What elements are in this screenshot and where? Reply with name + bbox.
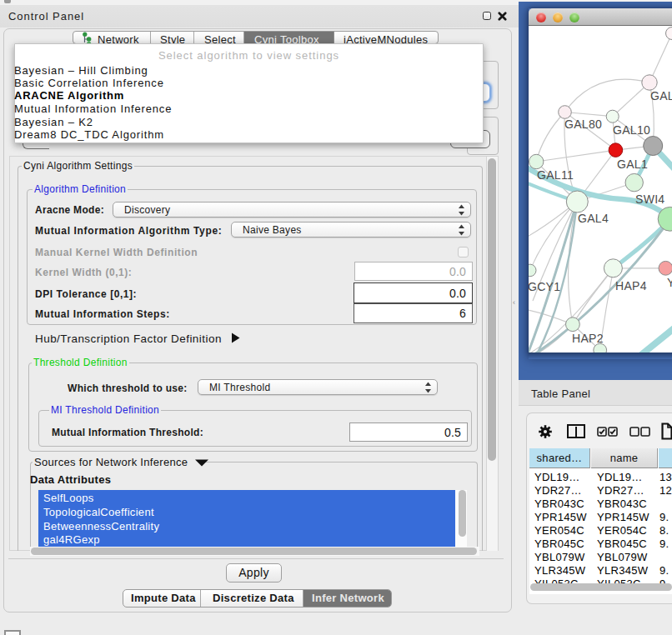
svg-text:GAL10: GAL10 [613, 123, 650, 137]
svg-text:GAL80: GAL80 [564, 118, 602, 131]
svg-text:Y: Y [667, 276, 672, 289]
svg-text:GAL11: GAL11 [537, 168, 574, 182]
svg-text:GCY1: GCY1 [529, 280, 560, 293]
svg-text:HAP4: HAP4 [615, 279, 647, 292]
svg-text:GAL2: GAL2 [650, 89, 672, 102]
svg-text:GAL4: GAL4 [578, 212, 609, 225]
svg-text:GAL1: GAL1 [617, 158, 648, 171]
svg-text:SWI4: SWI4 [635, 192, 664, 206]
svg-text:HAP2: HAP2 [572, 332, 604, 345]
